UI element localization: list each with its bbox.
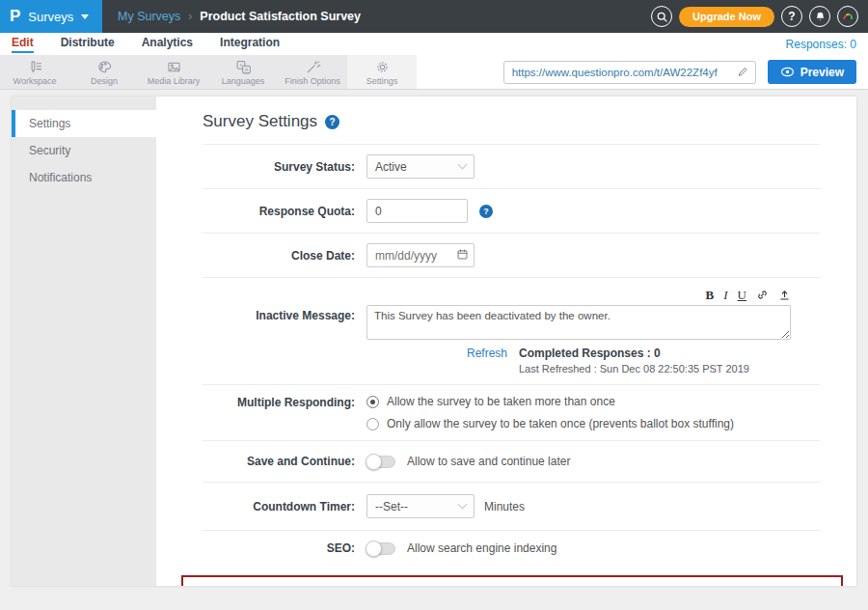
link-icon[interactable] (756, 289, 769, 301)
search-button[interactable] (651, 6, 672, 27)
sidebar-item-settings[interactable]: Settings (12, 110, 156, 137)
last-refreshed: Last Refreshed : Sun Dec 08 22:50:35 PST… (519, 363, 749, 374)
save-continue-toggle[interactable] (366, 456, 395, 468)
breadcrumb-separator: › (188, 10, 192, 23)
preview-label: Preview (800, 66, 844, 79)
radio-option-multiple-allowed[interactable]: Allow the survey to be taken more than o… (366, 395, 615, 408)
questionpro-logo: P (10, 7, 20, 26)
section-tabbar: Edit Distribute Analytics Integration Re… (0, 33, 868, 55)
response-quota-input[interactable] (366, 199, 468, 223)
toolbar-label: Finish Options (285, 76, 340, 86)
toolbar-item-settings[interactable]: Settings (347, 55, 417, 89)
question-mark-icon: ? (788, 10, 795, 23)
preview-button[interactable]: Preview (768, 60, 856, 84)
edit-pencil-icon[interactable] (737, 66, 748, 78)
save-continue-row: Save and Continue: Allow to save and con… (203, 441, 820, 483)
radio-option-once-only[interactable]: Only allow the survey to be taken once (… (366, 417, 734, 430)
translate-icon: xA (235, 59, 252, 75)
survey-status-value: Active (375, 160, 407, 174)
breadcrumb-my-surveys[interactable]: My Surveys (118, 10, 180, 23)
toolbar-label: Settings (366, 76, 398, 86)
anonymity-highlight-box: Respondent Anonymity Assurance: Enable Q… (181, 575, 843, 586)
top-navbar: P Surveys My Surveys › Product Satisfact… (0, 0, 868, 33)
countdown-timer-value: --Set-- (375, 500, 408, 513)
format-toolbar: B I U (366, 288, 791, 302)
magic-wand-icon (305, 59, 321, 75)
breadcrumb: My Surveys › Product Satisfaction Survey (118, 10, 361, 23)
upload-icon[interactable] (778, 289, 791, 301)
upgrade-now-button[interactable]: Upgrade Now (679, 7, 774, 27)
survey-status-select[interactable]: Active (366, 154, 475, 179)
brand-menu[interactable]: P Surveys (0, 0, 102, 33)
toolbar-label: Languages (222, 76, 265, 86)
bell-icon (814, 11, 827, 23)
response-quota-help-icon[interactable]: ? (479, 205, 493, 218)
response-quota-label: Response Quota: (203, 205, 366, 218)
seo-label: SEO: (203, 541, 366, 555)
svg-text:A: A (244, 67, 248, 72)
image-icon (166, 59, 182, 75)
gear-icon (374, 59, 391, 75)
survey-title: Product Satisfaction Survey (200, 10, 361, 23)
notifications-button[interactable] (809, 6, 830, 27)
bold-button[interactable]: B (706, 289, 715, 301)
toggle-knob (366, 541, 382, 557)
seo-row: SEO: Allow search engine indexing (203, 531, 820, 566)
settings-card: Settings Security Notifications Survey S… (12, 97, 856, 586)
help-button[interactable]: ? (781, 6, 802, 27)
sidebar-item-security[interactable]: Security (12, 137, 156, 164)
tab-edit[interactable]: Edit (12, 36, 34, 53)
italic-button[interactable]: I (723, 289, 727, 301)
refresh-link[interactable]: Refresh (366, 347, 519, 374)
usage-meter-button[interactable] (837, 6, 858, 27)
toolbar-item-design[interactable]: Design (69, 55, 139, 89)
survey-status-label: Survey Status: (203, 160, 366, 174)
countdown-timer-select[interactable]: --Set-- (366, 494, 475, 518)
chevron-down-icon (458, 160, 468, 170)
radio-unselected-icon[interactable] (366, 418, 379, 430)
tab-integration[interactable]: Integration (220, 36, 280, 53)
toolbar-item-languages[interactable]: xA Languages (208, 55, 278, 89)
response-quota-row: Response Quota: ? (203, 189, 820, 234)
toolbar-item-media-library[interactable]: Media Library (139, 55, 208, 89)
anonymity-row: Respondent Anonymity Assurance: Enable Q… (183, 585, 835, 586)
edit-toolbar: Workspace Design Media Library xA Langua… (0, 55, 868, 90)
seo-text: Allow search engine indexing (407, 541, 556, 555)
inactive-message-textarea[interactable]: This Survey has been deactivated by the … (366, 305, 791, 340)
completed-responses: Completed Responses : 0 (519, 347, 749, 360)
multiple-responding-label: Multiple Responding: (203, 395, 366, 430)
gauge-icon (841, 10, 854, 23)
responses-count[interactable]: Responses: 0 (786, 38, 856, 51)
page-body: Settings Security Notifications Survey S… (0, 90, 868, 586)
survey-settings-help-icon[interactable]: ? (325, 115, 339, 129)
eye-icon (780, 67, 795, 77)
underline-button[interactable]: U (738, 289, 746, 301)
tab-analytics[interactable]: Analytics (142, 36, 193, 53)
sidebar-item-notifications[interactable]: Notifications (12, 164, 156, 191)
save-continue-text: Allow to save and continue later (407, 455, 570, 468)
page-title: Survey Settings (203, 112, 317, 131)
workspace-icon (27, 59, 43, 75)
survey-url-field[interactable] (503, 61, 756, 84)
toolbar-label: Workspace (14, 76, 57, 86)
chevron-down-icon (81, 14, 89, 19)
svg-text:x: x (239, 62, 242, 68)
toolbar-item-finish-options[interactable]: Finish Options (278, 55, 347, 89)
countdown-timer-row: Countdown Timer: --Set-- Minutes (203, 483, 820, 531)
close-date-row: Close Date: (203, 234, 820, 278)
radio-selected-icon[interactable] (366, 396, 379, 408)
inactive-message-row: Inactive Message: B I U This Survey has … (203, 278, 820, 385)
tab-distribute[interactable]: Distribute (61, 36, 115, 53)
toolbar-item-workspace[interactable]: Workspace (0, 55, 69, 89)
survey-status-row: Survey Status: Active (203, 145, 820, 189)
toolbar-label: Media Library (148, 76, 201, 86)
radio-label: Allow the survey to be taken more than o… (387, 395, 615, 408)
seo-toggle[interactable] (366, 542, 395, 555)
calendar-icon[interactable] (456, 248, 469, 261)
inactive-message-label: Inactive Message: (203, 288, 366, 374)
survey-url-input[interactable] (512, 67, 738, 78)
toolbar-label: Design (91, 76, 118, 86)
settings-main: Survey Settings ? Survey Status: Active … (156, 97, 856, 586)
toggle-knob (366, 454, 382, 470)
product-name: Surveys (28, 10, 73, 24)
